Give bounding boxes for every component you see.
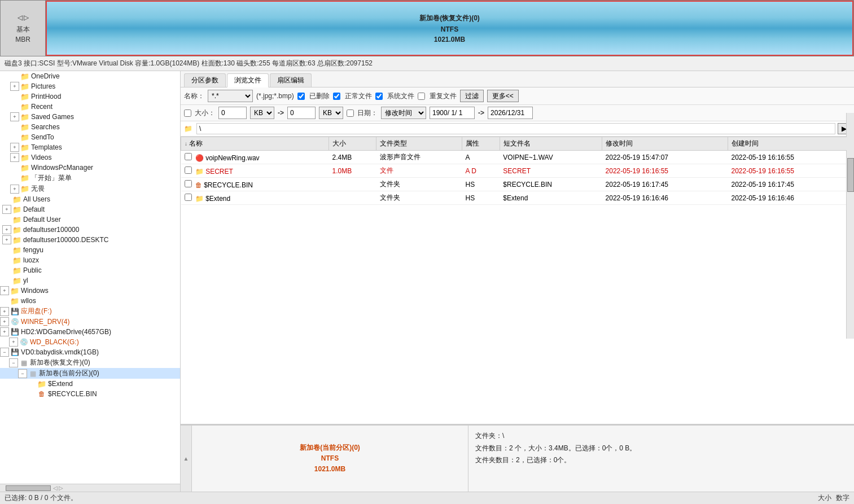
expander-videos[interactable]: + bbox=[10, 153, 19, 162]
expander-newvol-recover[interactable]: − bbox=[9, 358, 18, 367]
col-header-created[interactable]: 创建时间 bbox=[728, 137, 854, 151]
mbr-arrow-left[interactable]: ◁ bbox=[17, 14, 23, 21]
row-checkbox-1[interactable] bbox=[185, 166, 192, 174]
cell-shortname-2: $RECYCLE.BIN bbox=[500, 178, 602, 191]
date-to-input[interactable] bbox=[488, 107, 533, 119]
cell-name[interactable]: 🗑 $RECYCLE.BIN bbox=[181, 178, 329, 191]
mbr-nav-arrows[interactable]: ◁ ▷ bbox=[17, 14, 29, 21]
date-checkbox[interactable] bbox=[347, 109, 354, 117]
tree-item-savedgames[interactable]: + 📁 Saved Games bbox=[0, 112, 180, 122]
expander-windows[interactable]: + bbox=[0, 286, 9, 295]
table-row[interactable]: 📁 $Extend 文件夹 HS $Extend 2022-05-19 16:1… bbox=[181, 191, 854, 205]
tree-item-wllos[interactable]: 📁 wllos bbox=[0, 296, 180, 306]
tree-item-windowspcmanager[interactable]: 📁 WindowsPcManager bbox=[0, 163, 180, 173]
tree-item-allusers[interactable]: 📁 All Users bbox=[0, 194, 180, 204]
filter-normal-checkbox[interactable] bbox=[333, 93, 340, 100]
tree-item-wdblack[interactable]: + 💿 WD_BLACK(G:) bbox=[0, 337, 180, 347]
cell-shortname-1: SECRET bbox=[500, 164, 602, 178]
tree-item-defaultuser[interactable]: 📁 Default User bbox=[0, 214, 180, 225]
filter-button[interactable]: 过滤 bbox=[460, 90, 484, 102]
tree-item-recyclebin[interactable]: 🗑 $RECYCLE.BIN bbox=[0, 389, 180, 399]
split-drag-handle[interactable]: ▲ bbox=[181, 426, 192, 492]
tree-item-newvol-current[interactable]: − ▦ 新加卷(当前分区)(0) bbox=[0, 368, 180, 379]
tree-item-newvol-recover[interactable]: − ▦ 新加卷(恢复文件)(0) bbox=[0, 357, 180, 368]
expander-wuwei[interactable]: + bbox=[10, 185, 19, 194]
date-from-input[interactable] bbox=[430, 107, 475, 119]
tree-item-windows[interactable]: + 📁 Windows bbox=[0, 286, 180, 296]
row-checkbox-2[interactable] bbox=[185, 180, 192, 187]
tree-item-templates[interactable]: + 📁 Templates bbox=[0, 142, 180, 152]
expander-defaultuser100000[interactable]: + bbox=[2, 225, 11, 234]
expander-default[interactable]: + bbox=[2, 205, 11, 214]
size-from-unit[interactable]: KB bbox=[250, 107, 274, 119]
tree-hscroll-thumb[interactable] bbox=[6, 485, 51, 491]
filter-duplicate-checkbox[interactable] bbox=[418, 93, 425, 100]
tree-item-searches[interactable]: 📁 Searches bbox=[0, 122, 180, 132]
col-header-attr[interactable]: 属性 bbox=[462, 137, 500, 151]
filter-system-checkbox[interactable] bbox=[375, 93, 383, 100]
tree-item-hd2[interactable]: + 💾 HD2:WDGameDrive(4657GB) bbox=[0, 327, 180, 337]
size-to-unit[interactable]: KB bbox=[319, 107, 343, 119]
tree-item-extend[interactable]: 📁 $Extend bbox=[0, 379, 180, 389]
cell-name[interactable]: 📁 $Extend bbox=[181, 191, 329, 205]
tree-item-vd0[interactable]: − 💾 VD0:babydisk.vmdk(1GB) bbox=[0, 347, 180, 357]
expander-wdblack[interactable]: + bbox=[9, 338, 18, 347]
folder-icon-defaultuser100000desktop: 📁 bbox=[12, 235, 21, 244]
expander-templates[interactable]: + bbox=[10, 143, 19, 152]
mbr-arrow-right[interactable]: ▷ bbox=[24, 14, 29, 21]
tree-item-driveF[interactable]: + 💾 应用盘(F:) bbox=[0, 306, 180, 317]
tree-item-luozx[interactable]: 📁 luozx bbox=[0, 255, 180, 265]
table-row[interactable]: 🗑 $RECYCLE.BIN 文件夹 HS $RECYCLE.BIN 2022-… bbox=[181, 178, 854, 191]
tree-item-sendto[interactable]: 📁 SendTo bbox=[0, 132, 180, 142]
tree-item-default[interactable]: + 📁 Default bbox=[0, 204, 180, 214]
table-row[interactable]: 🔴 voipNewRing.wav 2.4MB 波形声音文件 A VOIPNE~… bbox=[181, 151, 854, 164]
disk-partition[interactable]: 新加卷(恢复文件)(0) NTFS 1021.0MB bbox=[46, 1, 853, 56]
tree-item-wuwei[interactable]: + 📁 无畏 bbox=[0, 183, 180, 194]
expander-winredrv[interactable]: + bbox=[0, 317, 9, 326]
expander-vd0[interactable]: − bbox=[0, 348, 9, 357]
tree-item-pictures[interactable]: + 📁 Pictures bbox=[0, 81, 180, 91]
expander-pictures[interactable]: + bbox=[10, 82, 19, 91]
size-checkbox[interactable] bbox=[184, 109, 191, 117]
filter-name-input[interactable]: *.* bbox=[208, 90, 253, 102]
col-header-size[interactable]: 大小 bbox=[329, 137, 376, 151]
table-row[interactable]: 📁 SECRET 1.0MB 文件 A D SECRET 2022-05-19 … bbox=[181, 164, 854, 178]
file-table-container[interactable]: ↓ 名称 大小 文件类型 属性 短文件名 bbox=[181, 137, 854, 424]
tree-scroll[interactable]: 📁 OneDrive + 📁 Pictures 📁 PrintHood 📁 Re… bbox=[0, 71, 180, 484]
tree-item-defaultuser100000[interactable]: + 📁 defaultuser100000 bbox=[0, 225, 180, 235]
size-to-input[interactable] bbox=[287, 107, 316, 119]
tree-item-public[interactable]: 📁 Public bbox=[0, 265, 180, 275]
expander-savedgames[interactable]: + bbox=[10, 112, 19, 121]
path-input[interactable] bbox=[196, 123, 835, 134]
tree-item-startmenu[interactable]: 📁 「开始」菜单 bbox=[0, 173, 180, 183]
tree-item-fengyu[interactable]: 📁 fengyu bbox=[0, 245, 180, 255]
col-header-modified[interactable]: 修改时间 bbox=[602, 137, 728, 151]
tree-item-videos[interactable]: + 📁 Videos bbox=[0, 152, 180, 163]
cell-name[interactable]: 📁 SECRET bbox=[181, 164, 329, 178]
expander-driveF[interactable]: + bbox=[0, 307, 9, 316]
tree-item-yl[interactable]: 📁 yl bbox=[0, 275, 180, 286]
tree-item-onedrive[interactable]: 📁 OneDrive bbox=[0, 71, 180, 81]
tree-item-defaultuser100000desktop[interactable]: + 📁 defaultuser100000.DESKTC bbox=[0, 235, 180, 245]
tab-sector-editor[interactable]: 扇区编辑 bbox=[270, 73, 312, 87]
folder-icon-luozx: 📁 bbox=[12, 256, 21, 265]
date-type-select[interactable]: 修改时间 bbox=[381, 107, 426, 119]
expander-defaultuser100000desktop[interactable]: + bbox=[2, 235, 11, 244]
tree-item-recent[interactable]: 📁 Recent bbox=[0, 102, 180, 112]
tab-browse-files[interactable]: 浏览文件 bbox=[227, 73, 269, 87]
tab-partition-params[interactable]: 分区参数 bbox=[184, 73, 226, 87]
col-header-name[interactable]: ↓ 名称 bbox=[181, 137, 329, 151]
cell-name[interactable]: 🔴 voipNewRing.wav bbox=[181, 151, 329, 164]
size-from-input[interactable] bbox=[218, 107, 247, 119]
tree-item-printhood[interactable]: 📁 PrintHood bbox=[0, 91, 180, 102]
tree-hscroll[interactable]: ◁ ▷ bbox=[0, 484, 180, 492]
filter-deleted-checkbox[interactable] bbox=[297, 93, 305, 100]
more-button[interactable]: 更多<< bbox=[487, 90, 519, 102]
expander-newvol-current[interactable]: − bbox=[18, 369, 27, 378]
tree-item-winredrv[interactable]: + 💿 WINRE_DRV(4) bbox=[0, 317, 180, 327]
row-checkbox-3[interactable] bbox=[185, 194, 192, 201]
row-checkbox-0[interactable] bbox=[185, 153, 192, 160]
expander-hd2[interactable]: + bbox=[0, 327, 9, 336]
col-header-type[interactable]: 文件类型 bbox=[376, 137, 462, 151]
col-header-shortname[interactable]: 短文件名 bbox=[500, 137, 602, 151]
